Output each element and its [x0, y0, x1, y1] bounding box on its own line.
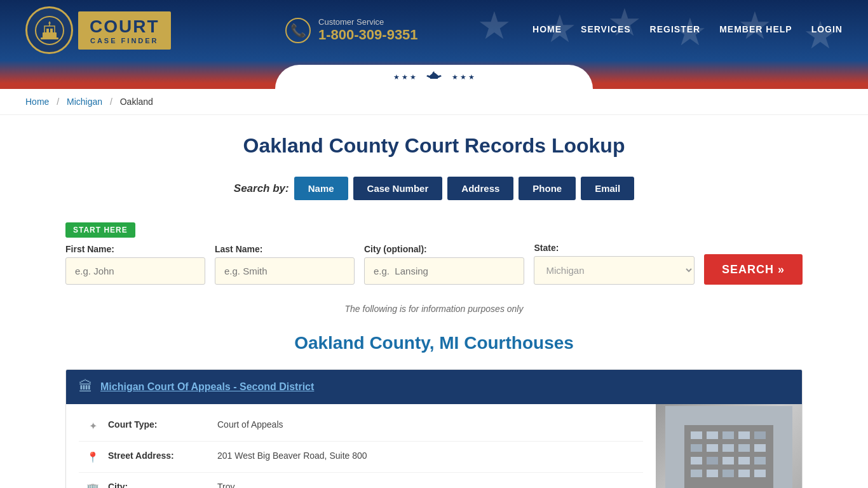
- logo-text-block: COURT CASE FINDER: [78, 11, 171, 50]
- svg-point-0: [36, 17, 64, 44]
- breadcrumb-michigan[interactable]: Michigan: [67, 97, 102, 107]
- state-label: State:: [534, 243, 694, 253]
- svg-rect-13: [722, 431, 734, 439]
- city-input[interactable]: [364, 257, 524, 285]
- svg-rect-11: [691, 431, 702, 439]
- last-name-input[interactable]: [215, 257, 355, 285]
- nav-member-help[interactable]: MEMBER HELP: [719, 24, 792, 37]
- search-form: START HERE First Name: Last Name: City (…: [65, 213, 803, 294]
- breadcrumb-home[interactable]: Home: [25, 97, 49, 107]
- city-group: City (optional):: [364, 244, 524, 285]
- courthouse-icon: 🏛: [79, 379, 93, 395]
- svg-rect-18: [722, 444, 734, 452]
- courthouse-image: [656, 404, 802, 488]
- nav-services[interactable]: SERVICES: [581, 24, 631, 37]
- breadcrumb: Home / Michigan / Oakland: [0, 89, 868, 115]
- state-group: State: Michigan Alabama Alaska Arizona C…: [534, 243, 694, 285]
- customer-service: 📞 Customer Service 1-800-309-9351: [285, 17, 418, 43]
- nav-login[interactable]: LOGIN: [811, 24, 843, 37]
- address-icon: 📍: [85, 451, 100, 463]
- courthouse-header: 🏛 Michigan Court Of Appeals - Second Dis…: [66, 370, 802, 404]
- svg-rect-15: [754, 431, 766, 439]
- city-detail-value: Troy: [217, 482, 234, 488]
- nav-home[interactable]: HOME: [532, 24, 562, 37]
- svg-rect-28: [722, 470, 734, 477]
- tab-case-number[interactable]: Case Number: [353, 177, 443, 200]
- svg-rect-7: [50, 29, 53, 32]
- nav-register[interactable]: REGISTER: [650, 24, 701, 37]
- detail-row-city: 🏢 City: Troy: [79, 473, 643, 488]
- start-here-badge: START HERE: [65, 222, 135, 238]
- tab-address[interactable]: Address: [447, 177, 513, 200]
- courthouse-name-link[interactable]: Michigan Court Of Appeals - Second Distr…: [100, 381, 314, 393]
- first-name-label: First Name:: [65, 244, 205, 254]
- breadcrumb-current: Oakland: [120, 97, 153, 107]
- main-nav: HOME SERVICES REGISTER MEMBER HELP LOGIN: [532, 24, 843, 37]
- address-label: Street Address:: [108, 451, 210, 461]
- breadcrumb-sep-1: /: [57, 97, 59, 107]
- svg-rect-19: [738, 444, 750, 452]
- tab-phone[interactable]: Phone: [519, 177, 576, 200]
- svg-rect-14: [738, 431, 750, 439]
- svg-rect-5: [41, 37, 58, 39]
- info-text: The following is for information purpose…: [65, 304, 803, 314]
- svg-rect-6: [46, 29, 49, 32]
- page-title: Oakland County Court Records Lookup: [65, 134, 803, 158]
- courthouses-title: Oakland County, MI Courthouses: [65, 333, 803, 353]
- search-by-row: Search by: Name Case Number Address Phon…: [65, 177, 803, 200]
- svg-rect-16: [691, 444, 702, 452]
- svg-rect-27: [707, 470, 718, 477]
- form-row: First Name: Last Name: City (optional): …: [65, 243, 803, 285]
- detail-row-address: 📍 Street Address: 201 West Big Beaver Ro…: [79, 442, 643, 473]
- court-type-value: Court of Appeals: [217, 419, 283, 430]
- logo-emblem: [25, 6, 73, 54]
- search-button[interactable]: SEARCH »: [704, 254, 803, 285]
- tab-email[interactable]: Email: [581, 177, 634, 200]
- svg-rect-8: [430, 76, 438, 79]
- last-name-group: Last Name:: [215, 244, 355, 285]
- state-select[interactable]: Michigan Alabama Alaska Arizona Californ…: [534, 256, 694, 285]
- courthouse-card: 🏛 Michigan Court Of Appeals - Second Dis…: [65, 369, 803, 488]
- city-label: City (optional):: [364, 244, 524, 254]
- court-type-icon: ✦: [85, 420, 100, 432]
- svg-rect-29: [738, 470, 750, 477]
- tab-name[interactable]: Name: [294, 177, 348, 200]
- logo-court-label: COURT: [90, 17, 159, 37]
- breadcrumb-sep-2: /: [110, 97, 112, 107]
- address-value: 201 West Big Beaver Road, Suite 800: [217, 451, 367, 461]
- svg-rect-25: [754, 457, 766, 464]
- svg-rect-21: [691, 457, 702, 464]
- logo-subtitle: CASE FINDER: [90, 37, 159, 44]
- cs-label: Customer Service: [318, 17, 418, 27]
- svg-rect-22: [707, 457, 718, 464]
- svg-rect-26: [691, 470, 702, 477]
- svg-rect-12: [707, 431, 718, 439]
- svg-rect-23: [722, 457, 734, 464]
- detail-row-court-type: ✦ Court Type: Court of Appeals: [79, 410, 643, 442]
- cs-phone: 1-800-309-9351: [318, 27, 418, 43]
- city-icon: 🏢: [85, 482, 100, 488]
- first-name-input[interactable]: [65, 257, 205, 285]
- first-name-group: First Name:: [65, 244, 205, 285]
- logo: COURT CASE FINDER: [25, 6, 171, 54]
- phone-icon: 📞: [285, 18, 311, 43]
- courthouse-details: ✦ Court Type: Court of Appeals 📍 Street …: [66, 404, 656, 488]
- svg-rect-24: [738, 457, 750, 464]
- last-name-label: Last Name:: [215, 244, 355, 254]
- svg-rect-17: [707, 444, 718, 452]
- svg-rect-20: [754, 444, 766, 452]
- courthouse-body: ✦ Court Type: Court of Appeals 📍 Street …: [66, 404, 802, 488]
- search-by-label: Search by:: [234, 182, 289, 195]
- svg-rect-30: [754, 470, 766, 477]
- court-type-label: Court Type:: [108, 419, 210, 430]
- city-detail-label: City:: [108, 482, 210, 488]
